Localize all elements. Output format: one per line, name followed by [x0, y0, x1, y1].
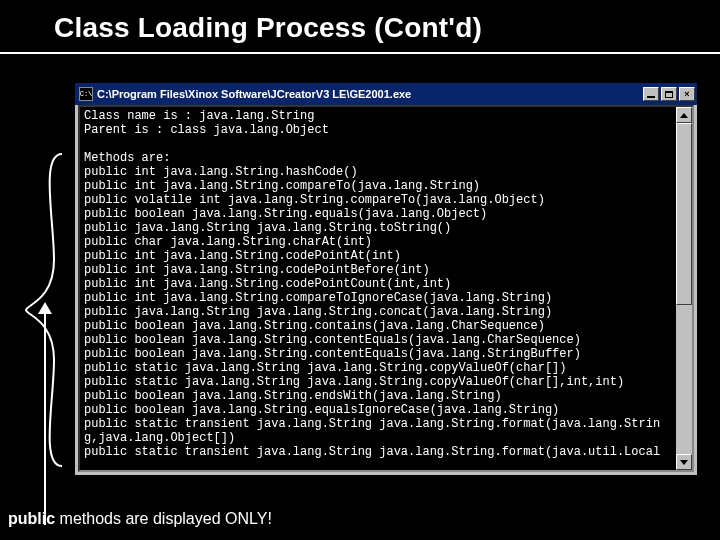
minimize-button[interactable] [643, 87, 659, 101]
console-frame: Class name is : java.lang.String Parent … [78, 105, 694, 472]
footnote: public methods are displayed ONLY! [8, 510, 272, 528]
chevron-up-icon [680, 113, 688, 118]
maximize-button[interactable] [661, 87, 677, 101]
close-button[interactable]: × [679, 87, 695, 101]
chevron-down-icon [680, 460, 688, 465]
footnote-rest: methods are displayed ONLY! [60, 510, 272, 527]
slide-title: Class Loading Process (Cont'd) [0, 0, 720, 48]
scrollbar-thumb[interactable] [676, 123, 692, 305]
window-title-text: C:\Program Files\Xinox Software\JCreator… [97, 88, 639, 100]
window-titlebar[interactable]: C:\ C:\Program Files\Xinox Software\JCre… [75, 83, 697, 105]
title-underline [0, 52, 720, 54]
arrow-line [44, 310, 46, 525]
footnote-public-word: public [8, 510, 60, 527]
scroll-up-button[interactable] [676, 107, 692, 123]
vertical-scrollbar[interactable] [676, 107, 692, 470]
window-buttons: × [643, 87, 695, 101]
scroll-down-button[interactable] [676, 454, 692, 470]
console-window: C:\ C:\Program Files\Xinox Software\JCre… [74, 82, 698, 476]
scrollbar-track[interactable] [676, 123, 692, 454]
console-output: Class name is : java.lang.String Parent … [80, 107, 676, 470]
cmd-icon: C:\ [79, 87, 93, 101]
